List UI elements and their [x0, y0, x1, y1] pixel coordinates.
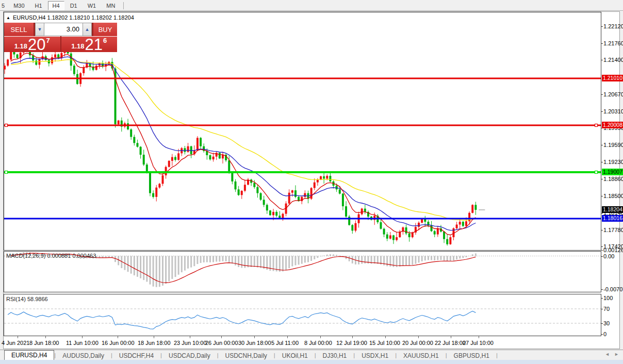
date-axis-label: 15 Jul 10:00 — [369, 340, 400, 346]
sell-price-figure: 1.18 — [14, 42, 27, 50]
price-badge: 1.21010 — [602, 75, 623, 81]
date-axis-label: 8 Jun 18:00 — [29, 340, 59, 346]
rsi-axis-dash — [601, 334, 603, 335]
price-tick-dash — [601, 94, 603, 95]
date-axis-tick — [479, 336, 479, 338]
price-tick-dash — [601, 162, 603, 162]
price-tick-label: 1.22120 — [603, 23, 623, 29]
date-axis-tick — [451, 336, 451, 338]
buy-price-display[interactable]: 1.18 21 6 — [61, 36, 118, 52]
macd-axis-dash — [601, 250, 603, 251]
volume-increase-button[interactable]: ▲ — [83, 23, 92, 36]
trading-terminal: 5M30H1H4D1W1MN ▲EURUSD,H4 1.18202 1.1821… — [0, 0, 623, 364]
date-axis-label: 27 Jul 10:00 — [463, 340, 494, 346]
price-badge: 1.19007 — [602, 169, 623, 175]
date-axis-tick — [82, 336, 83, 338]
date-axis-label: 5 Jul 11:00 — [271, 340, 299, 346]
date-axis-label: 4 Jun 2021 — [2, 340, 29, 346]
rsi-axis-label: 0 — [603, 331, 606, 337]
price-tick-label: 1.21400 — [603, 57, 623, 63]
macd-axis-label: 0.00126 — [603, 247, 623, 253]
buy-button[interactable]: BUY — [93, 23, 117, 36]
chart-canvas[interactable] — [0, 0, 623, 364]
price-tick-label: 1.19230 — [603, 159, 623, 165]
date-axis-tick — [190, 336, 190, 338]
price-tick-label: 1.20670 — [603, 91, 623, 97]
sell-price-point: 7 — [46, 37, 50, 44]
rsi-axis-dash — [601, 298, 603, 299]
hline-handle — [5, 124, 8, 127]
price-tick-label: 1.18500 — [603, 193, 623, 199]
price-tick-dash — [601, 60, 603, 60]
price-badge: 1.18016 — [602, 215, 623, 222]
date-axis-label: 11 Jun 10:00 — [66, 340, 99, 346]
price-tick-dash — [601, 196, 603, 196]
date-axis-tick — [418, 336, 419, 338]
date-axis-label: 12 Jul 19:00 — [336, 340, 367, 346]
rsi-axis-label: 100 — [603, 295, 613, 301]
date-axis-label: 23 Jun 10:00 — [174, 340, 207, 346]
chart-title: ▲EURUSD,H4 1.18202 1.18210 1.18202 1.182… — [6, 14, 134, 21]
date-axis-label: 20 Jul 00:00 — [402, 340, 433, 346]
date-axis-label: 8 Jul 00:00 — [304, 340, 332, 346]
chart-title-marker-icon: ▲ — [6, 15, 10, 20]
volume-decrease-button[interactable]: ▼ — [35, 23, 44, 36]
date-axis-tick — [352, 336, 353, 338]
date-axis-label: 30 Jun 18:00 — [238, 340, 271, 346]
macd-axis-dash — [601, 289, 603, 290]
rsi-indicator-title: RSI(14) 58.9866 — [6, 296, 48, 302]
macd-indicator-title: MACD(12,26,9) 0.000881 0.000463 — [6, 253, 96, 259]
price-tick-label: 1.17780 — [603, 227, 623, 233]
date-axis-tick — [154, 336, 154, 338]
date-axis-tick — [221, 336, 222, 338]
price-tick-dash — [601, 111, 603, 112]
sell-price-pips: 20 — [28, 38, 45, 52]
price-tick-dash — [601, 230, 603, 230]
date-axis-tick — [118, 336, 118, 338]
date-axis-tick — [320, 336, 321, 338]
date-axis-label: 16 Jun 00:00 — [102, 340, 135, 346]
rsi-axis-dash — [601, 323, 603, 324]
macd-axis-label: -0.00707 — [603, 286, 623, 292]
sell-button[interactable]: SELL — [4, 23, 34, 36]
volume-input[interactable]: 3.00 — [44, 23, 83, 36]
price-tick-dash — [601, 43, 603, 44]
price-tick-dash — [601, 246, 603, 247]
buy-price-pips: 21 — [85, 38, 103, 52]
macd-axis-dash — [601, 256, 603, 257]
date-axis-tick — [287, 336, 288, 338]
rsi-axis-dash — [601, 309, 603, 309]
date-axis-label: 18 Jun 18:00 — [138, 340, 171, 346]
rsi-axis-label: 70 — [603, 306, 610, 312]
buy-price-point: 6 — [103, 37, 107, 44]
sell-price-display[interactable]: 1.18 20 7 — [4, 36, 60, 52]
hline-handle — [5, 171, 8, 174]
date-axis-tick — [385, 336, 386, 338]
price-tick-label: 1.18860 — [603, 176, 623, 182]
price-badge: 1.20008 — [602, 122, 623, 128]
date-axis-label: 26 Jun 00:00 — [205, 340, 238, 346]
price-tick-dash — [601, 179, 603, 179]
hline-handle — [595, 124, 598, 127]
rsi-axis-label: 30 — [603, 320, 610, 326]
buy-price-figure: 1.18 — [71, 42, 84, 50]
price-tick-label: 1.19590 — [603, 142, 623, 148]
date-axis-tick — [254, 336, 255, 338]
date-axis-tick — [45, 336, 46, 338]
one-click-trade-panel: SELL ▼ 3.00 ▲ BUY 1.18 20 7 1.18 21 6 — [4, 23, 117, 52]
price-tick-label: 1.20310 — [603, 108, 623, 114]
date-axis-tick — [18, 336, 18, 338]
macd-axis-label: 0.00 — [603, 253, 614, 259]
price-badge: 1.18204 — [602, 206, 623, 213]
price-tick-label: 1.21760 — [603, 40, 623, 46]
price-tick-dash — [601, 145, 603, 145]
chart-title-text: EURUSD,H4 1.18202 1.18210 1.18202 1.1820… — [13, 14, 134, 21]
date-axis-label: 22 Jul 18:00 — [435, 340, 466, 346]
price-tick-dash — [601, 26, 603, 27]
hline-handle — [595, 171, 598, 174]
